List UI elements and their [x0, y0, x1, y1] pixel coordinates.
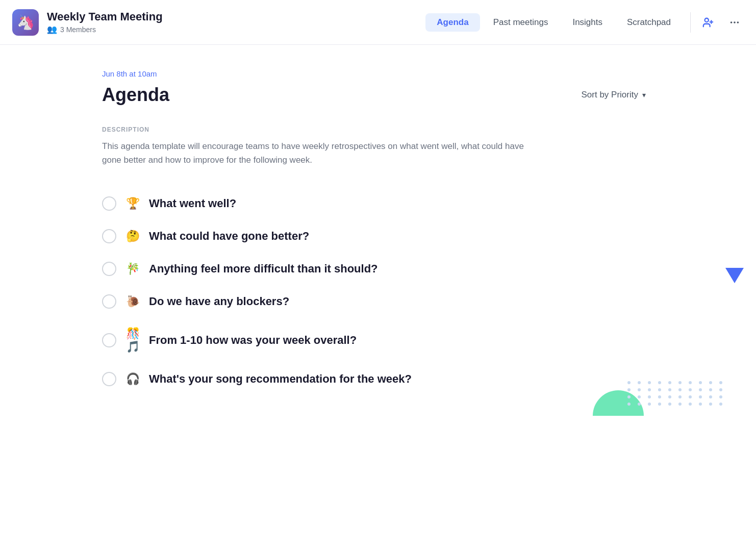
chevron-down-icon: ▾	[642, 91, 646, 99]
decorative-dot	[668, 388, 671, 391]
decorative-dot	[709, 388, 712, 391]
tab-insights[interactable]: Insights	[561, 13, 614, 32]
decorative-dots	[627, 381, 725, 406]
svg-point-5	[737, 21, 739, 23]
decorative-dot	[709, 395, 712, 398]
header: 🦄 Weekly Team Meeting 👥 3 Members Agenda…	[0, 0, 756, 45]
add-person-button[interactable]	[699, 13, 717, 32]
description-text: This agenda template will encourage team…	[102, 139, 541, 167]
decorative-dot	[689, 381, 692, 384]
item-emoji-5: 🎊🎵	[125, 327, 140, 354]
decorative-dot	[638, 403, 641, 406]
agenda-item-5[interactable]: 🎊🎵 From 1-10 how was your week overall?	[102, 318, 654, 363]
item-text-4: Do we have any blockers?	[149, 295, 289, 308]
decorative-dot	[638, 388, 641, 391]
decorative-dot	[719, 395, 722, 398]
agenda-item-6[interactable]: 🎧 What's your song recommendation for th…	[102, 363, 654, 395]
main-content: Jun 8th at 10am Agenda Sort by Priority …	[0, 45, 756, 436]
agenda-item-3[interactable]: 🎋 Anything feel more difficult than it s…	[102, 253, 654, 285]
item-emoji-6: 🎧	[125, 372, 140, 386]
item-emoji-1: 🏆	[125, 197, 140, 210]
item-text-3: Anything feel more difficult than it sho…	[149, 262, 378, 276]
decorative-dot	[648, 395, 651, 398]
svg-point-4	[734, 21, 736, 23]
decorative-dot	[719, 403, 722, 406]
decorative-dot	[668, 381, 671, 384]
decorative-dot	[709, 403, 712, 406]
meeting-members: 👥 3 Members	[47, 24, 163, 34]
decorative-dot	[658, 381, 661, 384]
svg-point-0	[705, 18, 709, 21]
agenda-item-4[interactable]: 🐌 Do we have any blockers?	[102, 285, 654, 318]
agenda-title: Agenda	[102, 84, 169, 106]
meeting-title: Weekly Team Meeting	[47, 10, 163, 23]
sort-label: Sort by Priority	[582, 90, 638, 100]
decorative-dot	[627, 403, 631, 406]
members-icon: 👥	[47, 24, 57, 34]
decorative-dot	[627, 381, 631, 384]
item-text-5: From 1-10 how was your week overall?	[149, 334, 357, 347]
nav-divider	[690, 12, 691, 33]
item-emoji-3: 🎋	[125, 262, 140, 276]
item-checkbox-6[interactable]	[102, 372, 116, 386]
item-checkbox-4[interactable]	[102, 294, 116, 309]
decorative-dot	[719, 381, 722, 384]
description-label: DESCRIPTION	[102, 126, 654, 133]
decorative-dot	[699, 395, 702, 398]
agenda-item-1[interactable]: 🏆 What went well?	[102, 187, 654, 220]
decorative-dot	[627, 388, 631, 391]
item-text-2: What could have gone better?	[149, 230, 309, 243]
decorative-dot	[719, 388, 722, 391]
decorative-dot	[668, 395, 671, 398]
decorative-dot	[699, 381, 702, 384]
decorative-dot	[638, 381, 641, 384]
svg-point-3	[730, 21, 733, 23]
item-emoji-4: 🐌	[125, 295, 140, 308]
decorative-dot	[658, 395, 661, 398]
decorative-dot	[648, 381, 651, 384]
item-checkbox-5[interactable]	[102, 333, 116, 347]
sort-dropdown[interactable]: Sort by Priority ▾	[573, 85, 654, 105]
decorative-dot	[658, 388, 661, 391]
decorative-dot	[638, 395, 641, 398]
meeting-info: Weekly Team Meeting 👥 3 Members	[47, 10, 163, 34]
decorative-dot	[648, 388, 651, 391]
more-options-button[interactable]	[725, 13, 744, 32]
decorative-dot	[678, 381, 682, 384]
decorative-dot	[709, 381, 712, 384]
tab-past-meetings[interactable]: Past meetings	[482, 13, 560, 32]
decorative-dot	[678, 403, 682, 406]
item-text-6: What's your song recommendation for the …	[149, 372, 412, 386]
decorative-triangle	[725, 268, 744, 283]
header-actions	[699, 13, 744, 32]
decorative-dot	[627, 395, 631, 398]
item-text-1: What went well?	[149, 197, 236, 210]
tab-scratchpad[interactable]: Scratchpad	[616, 13, 682, 32]
item-emoji-2: 🤔	[125, 230, 140, 243]
decorative-dot	[699, 388, 702, 391]
agenda-header: Agenda Sort by Priority ▾	[102, 84, 654, 106]
decorative-dot	[689, 388, 692, 391]
decorative-dot	[668, 403, 671, 406]
item-checkbox-2[interactable]	[102, 229, 116, 243]
item-checkbox-1[interactable]	[102, 196, 116, 211]
nav-tabs: Agenda Past meetings Insights Scratchpad	[425, 13, 682, 32]
decorative-dot	[678, 395, 682, 398]
decorative-dot	[689, 395, 692, 398]
decorative-dot	[699, 403, 702, 406]
date-label: Jun 8th at 10am	[102, 69, 654, 78]
agenda-item-2[interactable]: 🤔 What could have gone better?	[102, 220, 654, 253]
agenda-items: 🏆 What went well? 🤔 What could have gone…	[102, 187, 654, 395]
item-checkbox-3[interactable]	[102, 262, 116, 276]
decorative-dot	[689, 403, 692, 406]
members-count: 3 Members	[60, 26, 96, 34]
app-icon: 🦄	[12, 9, 39, 36]
decorative-dot	[678, 388, 682, 391]
decorative-dot	[658, 403, 661, 406]
description-section: DESCRIPTION This agenda template will en…	[102, 126, 654, 167]
tab-agenda[interactable]: Agenda	[425, 13, 480, 32]
decorative-dot	[648, 403, 651, 406]
